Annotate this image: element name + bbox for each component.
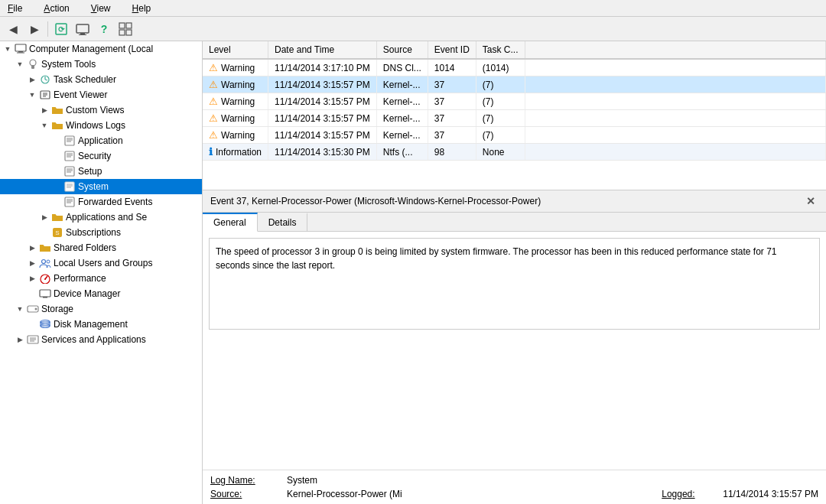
event-table: Level Date and Time Source Event ID Task… [203,41,826,161]
sidebar-label-storage: Storage [41,304,73,314]
meta-label-logname: Log Name: [210,475,287,486]
folder-icon-winlogs [50,119,64,132]
cell-datetime: 11/14/2014 3:15:57 PM [268,127,377,144]
back-button[interactable]: ◀ [3,20,23,38]
warning-icon: ⚠ [209,62,218,73]
col-level[interactable]: Level [203,41,268,59]
export-button[interactable] [115,20,135,38]
help-button[interactable]: ? [94,20,114,38]
cell-eventid: 37 [428,127,476,144]
menu-file[interactable]: File [3,2,27,15]
cell-datetime: 11/14/2014 3:17:10 PM [268,59,377,76]
main-layout: ▼ Computer Management (Local ▼ System To… [0,41,826,504]
sidebar-label-local-users: Local Users and Groups [54,258,152,268]
cell-taskcat: (1014) [476,59,525,76]
folder-icon-apps [50,211,64,223]
sidebar-item-event-viewer[interactable]: ▼ Event Viewer [0,87,202,102]
sidebar-item-system-tools[interactable]: ▼ System Tools [0,57,202,72]
sidebar-item-services-apps[interactable]: ▶ Services and Applications [0,332,202,347]
sidebar-item-forwarded-events[interactable]: Forwarded Events [0,194,202,210]
close-button[interactable]: ✕ [803,195,818,207]
sidebar-item-storage[interactable]: ▼ Storage [0,301,202,317]
sidebar-item-computer-mgmt[interactable]: ▼ Computer Management (Local [0,41,202,57]
table-row[interactable]: ⚠Warning 11/14/2014 3:15:57 PM Kernel-..… [203,127,826,144]
svg-rect-49 [43,297,47,298]
sidebar-item-task-scheduler[interactable]: ▶ Task Scheduler [0,72,202,87]
tools-icon [26,58,40,70]
export-icon [119,22,132,36]
cell-source: Kernel-... [376,110,428,127]
tab-details[interactable]: Details [258,213,308,231]
eventviewer-icon [38,89,52,101]
cell-datetime: 11/14/2014 3:15:30 PM [268,144,377,161]
services-icon [26,333,40,346]
sidebar-item-disk-mgmt[interactable]: Disk Management [0,317,202,332]
expand-icon: ▼ [38,122,50,129]
sidebar-item-windows-logs[interactable]: ▼ Windows Logs [0,118,202,133]
event-detail-title: Event 37, Kernel-Processor-Power (Micros… [210,196,541,206]
event-content[interactable]: The speed of processor 3 in group 0 is b… [203,232,826,470]
col-eventid[interactable]: Event ID [428,41,476,59]
cell-spacer [525,127,825,144]
expand-icon: ▼ [26,91,38,99]
table-row[interactable]: ⚠Warning 11/14/2014 3:17:10 PM DNS Cl...… [203,59,826,76]
table-row[interactable]: ⚠Warning 11/14/2014 3:15:57 PM Kernel-..… [203,93,826,110]
event-table-container[interactable]: Level Date and Time Source Event ID Task… [203,41,826,190]
svg-rect-11 [17,53,24,54]
sidebar-label-forwarded-events: Forwarded Events [78,197,152,207]
log-icon-sec [63,150,76,162]
svg-rect-33 [65,182,74,191]
forward-button[interactable]: ▶ [24,20,44,38]
svg-point-12 [30,60,36,66]
sidebar-scroll[interactable]: ▼ Computer Management (Local ▼ System To… [0,41,202,504]
icon-button-1[interactable]: ⟳ [51,20,71,38]
col-datetime[interactable]: Date and Time [268,41,377,59]
svg-text:⟳: ⟳ [58,25,65,34]
svg-rect-7 [119,30,125,35]
cell-taskcat: (7) [476,93,525,110]
svg-rect-13 [31,65,34,69]
sidebar-item-apps-se[interactable]: ▶ Applications and Se [0,210,202,225]
col-taskcat[interactable]: Task C... [476,41,525,59]
log-icon-fwd [63,196,76,208]
table-row[interactable]: ⚠Warning 11/14/2014 3:15:57 PM Kernel-..… [203,76,826,93]
sidebar-label-performance: Performance [54,273,106,284]
cell-eventid: 37 [428,110,476,127]
table-row[interactable]: ⚠Warning 11/14/2014 3:15:57 PM Kernel-..… [203,110,826,127]
cell-source: Kernel-... [376,93,428,110]
sidebar-item-custom-views[interactable]: ▶ Custom Views [0,102,202,118]
sidebar-item-shared-folders[interactable]: ▶ Shared Folders [0,240,202,255]
sidebar-item-local-users[interactable]: ▶ Local Users and Groups [0,255,202,271]
table-row[interactable]: ℹInformation 11/14/2014 3:15:30 PM Ntfs … [203,144,826,161]
tab-general[interactable]: General [203,213,258,232]
cell-spacer [525,93,825,110]
sidebar-item-setup[interactable]: Setup [0,164,202,179]
sidebar-item-device-manager[interactable]: Device Manager [0,286,202,301]
sidebar-item-performance[interactable]: ▶ Performance [0,271,202,286]
shared-icon [38,242,52,254]
sidebar-label-system: System [78,181,109,192]
menu-help[interactable]: Help [128,2,156,15]
sidebar-item-subscriptions[interactable]: S Subscriptions [0,225,202,240]
menu-action[interactable]: Action [39,2,73,15]
sidebar-item-security[interactable]: Security [0,148,202,164]
expand-icon: ▶ [26,244,38,252]
cell-level: ℹInformation [203,144,268,161]
expand-icon: ▶ [38,213,50,221]
sidebar-label-device-manager: Device Manager [54,288,120,299]
event-detail-header: Event 37, Kernel-Processor-Power (Micros… [203,190,826,213]
sidebar-item-system[interactable]: System [0,179,202,194]
icon-button-2[interactable] [73,20,93,38]
sidebar-item-application[interactable]: Application [0,133,202,148]
sidebar-label-custom-views: Custom Views [66,105,124,115]
cell-source: Kernel-... [376,127,428,144]
col-source[interactable]: Source [376,41,428,59]
device-icon [38,288,52,300]
sidebar-label-event-viewer: Event Viewer [54,89,107,100]
svg-rect-2 [76,24,89,33]
info-icon: ℹ [209,146,213,158]
menu-view[interactable]: View [86,2,115,15]
sidebar: ▼ Computer Management (Local ▼ System To… [0,41,203,504]
warning-icon: ⚠ [209,96,218,107]
sidebar-label-task-scheduler: Task Scheduler [54,74,116,85]
